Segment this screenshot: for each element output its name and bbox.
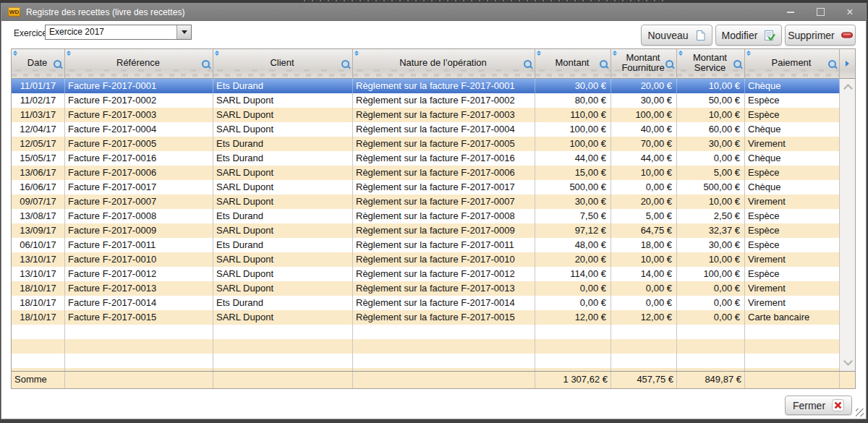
column-header-nature[interactable]: Nature de l’opération [353,49,535,79]
sort-icon [613,51,617,56]
cell-montant: 12,00 € [535,310,611,325]
cell-paiement: Espèce [745,93,840,108]
cell-nature: Règlement sur la facture F-2017-0010 [353,252,535,267]
search-loupe-icon[interactable] [665,60,673,68]
search-loupe-icon[interactable] [828,60,836,68]
cell-paiement: Carte bancaire [745,310,840,325]
table-row[interactable]: 13/09/17Facture F-2017-0009SARL DupontRè… [12,223,840,238]
cell-service: 10,00 € [677,252,745,267]
search-loupe-icon[interactable] [600,60,608,68]
edit-button[interactable]: Modifier [715,25,782,46]
column-header-date[interactable]: Date [12,49,65,79]
search-loupe-icon[interactable] [733,60,741,68]
cell-client: Ets Durand [213,296,353,310]
cell-nature: Règlement sur la facture F-2017-0017 [353,180,535,195]
table-header-row: DateRéférenceClientNature de l’opération… [12,49,840,79]
cell-montant: 20,00 € [535,252,611,267]
empty-row [12,339,840,354]
empty-cell [12,339,65,354]
cell-reference: Facture F-2017-0015 [65,310,213,325]
search-loupe-icon[interactable] [202,60,210,68]
cell-service: 0,00 € [677,281,745,296]
sort-icon [354,51,359,56]
cell-date: 12/04/17 [12,122,65,137]
cell-nature: Règlement sur la facture F-2017-0007 [353,195,535,209]
title-bar[interactable]: WD Registre des recettes (livre des rece… [1,4,866,21]
search-loupe-icon[interactable] [524,60,532,68]
search-loupe-icon[interactable] [54,60,61,68]
column-header-reference[interactable]: Référence [65,49,213,79]
cell-fourniture: 70,00 € [611,137,677,151]
cell-fourniture: 0,00 € [611,281,677,296]
exercice-combobox[interactable]: Exercice 2017 [45,25,192,40]
cell-fourniture: 18,00 € [611,238,677,252]
table-row[interactable]: 15/05/17Facture F-2017-0016Ets DurandRèg… [12,151,840,166]
column-header-label: Paiement [772,58,812,68]
close-window-button[interactable]: × [845,7,855,18]
empty-row [12,354,840,368]
column-header-fourniture[interactable]: Montant Fourniture [611,49,677,79]
cell-service: 10,00 € [677,108,745,122]
table-row[interactable]: 06/10/17Facture F-2017-0011Ets DurandRèg… [12,238,840,252]
table-row[interactable]: 13/10/17Facture F-2017-0012SARL DupontRè… [12,267,840,281]
table-row[interactable]: 18/10/17Facture F-2017-0013SARL DupontRè… [12,281,840,296]
cell-service: 60,00 € [677,122,745,137]
table-row[interactable]: 18/10/17Facture F-2017-0015SARL DupontRè… [12,310,840,325]
table-row[interactable]: 11/03/17Facture F-2017-0003SARL DupontRè… [12,108,840,122]
cell-paiement: Virement [745,195,840,209]
table-row[interactable]: 16/06/17Facture F-2017-0017SARL DupontRè… [12,180,840,195]
sort-icon [678,51,683,56]
close-icon: × [846,7,853,17]
table-row[interactable]: 13/10/17Facture F-2017-0010SARL DupontRè… [12,252,840,267]
new-button[interactable]: Nouveau [641,25,712,46]
table-row[interactable]: 12/04/17Facture F-2017-0004SARL DupontRè… [12,122,840,137]
cell-paiement: Chèque [745,151,840,166]
table-row[interactable]: 09/07/17Facture F-2017-0007SARL DupontRè… [12,195,840,209]
combobox-dropdown-button[interactable] [176,25,191,39]
sum-empty-cell [745,372,840,388]
delete-button[interactable]: Supprimer [785,25,856,46]
cell-service: 0,00 € [677,296,745,310]
table-row[interactable]: 13/08/17Facture F-2017-0008Ets DurandRèg… [12,209,840,223]
scroll-down-icon[interactable] [843,356,853,366]
cell-date: 13/09/17 [12,223,65,238]
table-corner-header[interactable] [840,49,855,79]
scroll-up-icon[interactable] [843,84,853,93]
table-row[interactable]: 12/05/17Facture F-2017-0005Ets DurandRèg… [12,137,840,151]
close-form-button[interactable]: Fermer [785,396,852,415]
table-row[interactable]: 11/02/17Facture F-2017-0002SARL DupontRè… [12,93,840,108]
minimize-button[interactable] [786,7,796,18]
cell-reference: Facture F-2017-0014 [65,296,213,310]
recettes-table: DateRéférenceClientNature de l’opération… [11,48,856,389]
cell-client: SARL Dupont [213,180,353,195]
empty-cell [353,354,535,368]
cell-reference: Facture F-2017-0009 [65,223,213,238]
resize-grip[interactable] [856,409,864,416]
cell-montant: 0,00 € [535,296,611,310]
vertical-scrollbar[interactable] [840,79,855,371]
column-header-client[interactable]: Client [213,49,353,79]
table-row[interactable]: 13/06/17Facture F-2017-0006SARL DupontRè… [12,166,840,180]
cell-paiement: Chèque [745,180,840,195]
column-header-montant[interactable]: Montant [535,49,611,79]
empty-cell [213,325,353,339]
cell-fourniture: 10,00 € [611,166,677,180]
cell-date: 11/03/17 [12,108,65,122]
chevron-down-icon [182,30,187,34]
cell-date: 11/01/17 [12,79,65,93]
column-header-service[interactable]: Montant Service [677,49,745,79]
search-loupe-icon[interactable] [341,60,349,68]
column-header-paiement[interactable]: Paiement [745,49,840,79]
cell-client: SARL Dupont [213,252,353,267]
maximize-button[interactable] [815,7,825,18]
cell-fourniture: 0,00 € [611,296,677,310]
cell-montant: 30,00 € [535,79,611,93]
new-document-icon [695,30,706,41]
cell-date: 18/10/17 [12,310,65,325]
cell-nature: Règlement sur la facture F-2017-0011 [353,238,535,252]
sum-empty-cell [65,372,213,388]
cell-client: SARL Dupont [213,108,353,122]
table-row-selected[interactable]: 11/01/17Facture F-2017-0001Ets DurandRèg… [12,79,840,93]
table-row[interactable]: 18/10/17Facture F-2017-0014Ets DurandRèg… [12,296,840,310]
cell-montant: 500,00 € [535,180,611,195]
